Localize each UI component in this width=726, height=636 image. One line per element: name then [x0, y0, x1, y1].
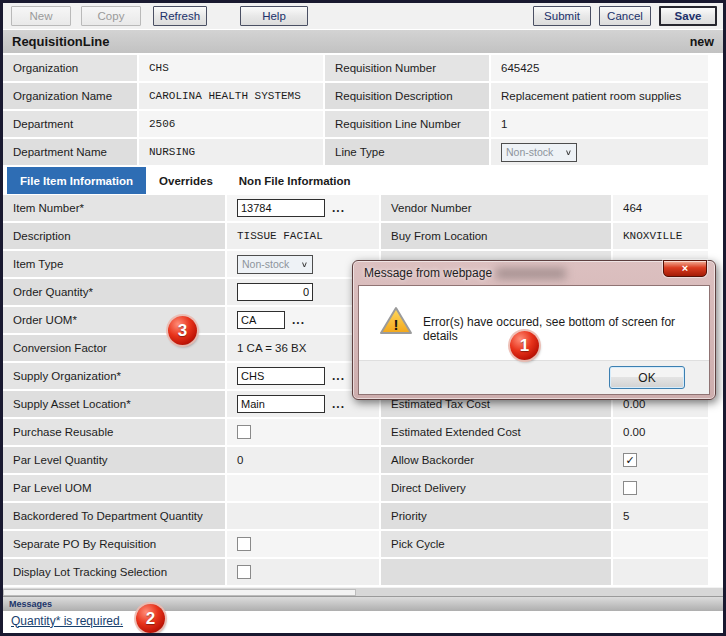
- description-label: Description: [3, 223, 227, 249]
- messages-header-bar: Messages: [3, 596, 723, 611]
- organization-label: Organization: [3, 55, 139, 81]
- horizontal-scrollbar[interactable]: [3, 587, 723, 596]
- requisition-number-value: 645425: [501, 62, 539, 74]
- purchase-reusable-checkbox[interactable]: [237, 425, 251, 439]
- form-row: Par Level Quantity0Allow Backorder✓: [3, 447, 710, 475]
- supply-organization-input[interactable]: [237, 367, 325, 385]
- svg-text:!: !: [394, 316, 399, 333]
- ellipsis-lookup-icon[interactable]: ...: [332, 369, 345, 383]
- display-lot-tracking-selection-label: Display Lot Tracking Selection: [3, 559, 227, 585]
- supply-asset-location-input[interactable]: [237, 395, 325, 413]
- description-value: TISSUE FACIAL: [237, 230, 323, 242]
- display-lot-tracking-selection-checkbox[interactable]: [237, 565, 251, 579]
- new-button[interactable]: New: [11, 6, 71, 26]
- app-window: New Copy Refresh Help Submit Cancel Save…: [0, 0, 726, 636]
- pick-cycle-label: Pick Cycle: [381, 531, 613, 557]
- form-row: Backordered To Department QuantityPriori…: [3, 503, 710, 531]
- allow-backorder-checkbox[interactable]: ✓: [623, 453, 637, 467]
- buy-from-location-label: Buy From Location: [381, 223, 613, 249]
- dialog-title: Message from webpage: [364, 266, 492, 280]
- direct-delivery-label: Direct Delivery: [381, 475, 613, 501]
- selected-option-label: Non-stock: [506, 146, 553, 158]
- order-quantity-input[interactable]: [237, 283, 313, 301]
- scrollbar-thumb[interactable]: [3, 589, 356, 596]
- department-name-value: NURSING: [149, 146, 195, 158]
- selected-option-label: Non-stock: [242, 258, 289, 270]
- copy-button[interactable]: Copy: [81, 6, 141, 26]
- refresh-button[interactable]: Refresh: [153, 6, 207, 26]
- form-row: Separate PO By RequisitionPick Cycle: [3, 531, 710, 559]
- check-icon: ✓: [625, 454, 634, 467]
- form-row: Purchase ReusableEstimated Extended Cost…: [3, 419, 710, 447]
- separate-po-by-requisition-label: Separate PO By Requisition: [3, 531, 227, 557]
- requisition-description-label: Requisition Description: [325, 83, 491, 109]
- department-name-label: Department Name: [3, 139, 139, 165]
- error-message-link[interactable]: Quantity* is required.: [11, 614, 123, 628]
- item-number-input[interactable]: [237, 199, 325, 217]
- chevron-down-icon: ∨: [301, 260, 308, 269]
- supply-organization-label: Supply Organization*: [3, 363, 227, 389]
- messages-header: Messages: [9, 599, 52, 609]
- ellipsis-lookup-icon[interactable]: ...: [332, 397, 345, 411]
- order-quantity-label: Order Quantity*: [3, 279, 227, 305]
- separate-po-by-requisition-checkbox[interactable]: [237, 537, 251, 551]
- supply-asset-location-label: Supply Asset Location*: [3, 391, 227, 417]
- par-level-quantity-label: Par Level Quantity: [3, 447, 227, 473]
- department-value: 2506: [149, 118, 175, 130]
- ellipsis-lookup-icon[interactable]: ...: [292, 313, 305, 327]
- page-title: RequisitionLine: [12, 34, 110, 49]
- dialog-message: Error(s) have occured, see bottom of scr…: [423, 315, 709, 343]
- par-level-uom-label: Par Level UOM: [3, 475, 227, 501]
- toolbar: New Copy Refresh Help Submit Cancel Save: [3, 3, 723, 29]
- form-row: Department NameNURSINGLine TypeNon-stock…: [3, 139, 710, 167]
- item-type-label: Item Type: [3, 251, 227, 277]
- dialog-titlebar[interactable]: Message from webpage ×: [358, 261, 710, 285]
- help-button[interactable]: Help: [240, 6, 308, 26]
- form-row: Organization NameCAROLINA HEALTH SYSTEMS…: [3, 83, 710, 111]
- buy-from-location-value: KNOXVILLE: [623, 230, 682, 242]
- annotation-circle-3: 3: [168, 316, 197, 345]
- redacted-blur: [496, 268, 566, 279]
- form-row: OrganizationCHSRequisition Number645425: [3, 55, 710, 83]
- line-type-label: Line Type: [325, 139, 491, 165]
- priority-label: Priority: [381, 503, 613, 529]
- tab-non-file-information[interactable]: Non File Information: [226, 167, 364, 194]
- department-label: Department: [3, 111, 139, 137]
- conversion-factor-value: 1 CA = 36 BX: [237, 342, 306, 354]
- save-button[interactable]: Save: [659, 6, 717, 26]
- requisition-line-number-value: 1: [501, 118, 507, 130]
- purchase-reusable-label: Purchase Reusable: [3, 419, 227, 445]
- allow-backorder-label: Allow Backorder: [381, 447, 613, 473]
- order-uom-input[interactable]: [237, 311, 285, 329]
- requisition-description-value: Replacement patient room supplies: [501, 90, 681, 102]
- ok-button[interactable]: OK: [609, 366, 685, 389]
- cancel-button[interactable]: Cancel: [599, 6, 651, 26]
- direct-delivery-checkbox[interactable]: [623, 481, 637, 495]
- line-type-select: Non-stock∨: [501, 143, 577, 162]
- form-row: Item Number*...Vendor Number464: [3, 195, 710, 223]
- chevron-down-icon: ∨: [565, 148, 572, 157]
- form-row: Display Lot Tracking Selection: [3, 559, 710, 587]
- record-mode-badge: new: [690, 35, 714, 49]
- requisition-number-label: Requisition Number: [325, 55, 491, 81]
- item-number-label: Item Number*: [3, 195, 227, 221]
- requisition-summary: OrganizationCHSRequisition Number645425O…: [3, 55, 710, 167]
- tab-file-item-information[interactable]: File Item Information: [7, 167, 146, 194]
- annotation-circle-2: 2: [136, 604, 165, 633]
- dialog-footer: OK: [359, 360, 709, 394]
- par-level-quantity-value: 0: [237, 454, 243, 466]
- form-row: DescriptionTISSUE FACIALBuy From Locatio…: [3, 223, 710, 251]
- organization-name-value: CAROLINA HEALTH SYSTEMS: [149, 90, 301, 102]
- submit-button[interactable]: Submit: [533, 6, 591, 26]
- estimated-extended-cost-label: Estimated Extended Cost: [381, 419, 613, 445]
- requisition-line-number-label: Requisition Line Number: [325, 111, 491, 137]
- form-row: Department2506Requisition Line Number1: [3, 111, 710, 139]
- tab-overrides[interactable]: Overrides: [146, 167, 226, 194]
- item-type-select: Non-stock∨: [237, 255, 313, 274]
- ellipsis-lookup-icon[interactable]: ...: [332, 201, 345, 215]
- annotation-circle-1: 1: [510, 331, 539, 360]
- close-icon[interactable]: ×: [663, 260, 707, 277]
- priority-value: 5: [623, 510, 629, 522]
- record-header: RequisitionLine new: [3, 29, 723, 55]
- organization-value: CHS: [149, 62, 169, 74]
